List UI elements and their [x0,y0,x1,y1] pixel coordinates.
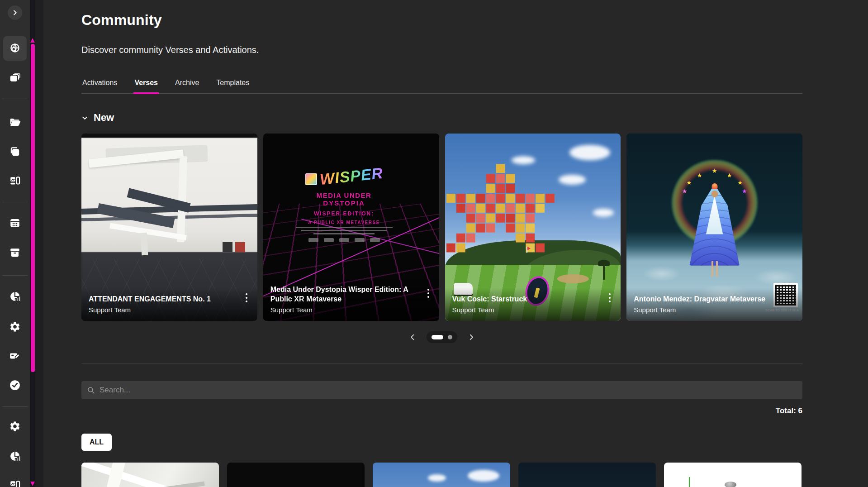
chevron-left-icon [408,333,417,341]
kebab-menu-icon [245,293,248,303]
sidebar-scrollbar[interactable] [30,0,35,487]
sidebar-divider [2,275,28,276]
sidebar-item-archive[interactable] [4,242,26,263]
sidebar-item-boards[interactable] [4,170,26,192]
section-divider [81,363,802,364]
pixel-star-sculpture [446,141,555,276]
tab-templates[interactable]: Templates [215,79,250,94]
verse-card-title: Media Under Dystopia Wisper Edition: A P… [270,285,417,304]
verse-card-caption: Vuk Cosic: Starstruck Support Team [445,288,621,321]
sidebar-item-card-editor[interactable] [4,345,26,367]
chevron-right-icon [11,9,19,16]
sidebar-item-settings-2[interactable] [4,415,26,437]
kebab-menu-icon [427,288,430,298]
copy-icon [9,146,21,158]
tab-archive[interactable]: Archive [174,79,200,94]
verse-thumbnail[interactable] [81,463,219,487]
verse-card-author: Support Team [634,306,781,314]
sidebar-divider [2,202,28,202]
verse-card-caption: Media Under Dystopia Wisper Edition: A P… [263,278,439,321]
sidebar-item-boards-2[interactable] [4,474,26,487]
verse-thumbnail[interactable] [664,463,802,487]
chevron-down-icon [81,115,88,121]
search-input[interactable] [100,386,797,395]
check-circle-icon [9,379,21,391]
new-section-title: New [94,112,114,124]
verse-card-author: Support Team [89,306,236,314]
sidebar-divider [2,99,28,99]
sidebar-item-analytics-2[interactable] [4,445,26,467]
scrollbar-down-arrow-icon[interactable] [30,482,35,486]
search-bar[interactable] [81,381,802,399]
artwork-qr-logo [305,173,317,185]
card-edit-icon [9,350,21,362]
verse-card-attendant-engagements[interactable]: ATTENDANT ENGAGEMENTS No. 1 Support Team [81,134,257,321]
sidebar-item-community[interactable] [3,36,27,61]
verse-thumbnail[interactable] [227,463,365,487]
pie-chart-icon [9,291,21,302]
verse-card-dragvatar-metaverse[interactable]: ★ ★ ★ ★ ★ ★ ★ SCAN TO SEE IT IN A Antoni… [626,134,802,321]
verse-card-caption: ATTENDANT ENGAGEMENTS No. 1 Support Team [81,288,257,321]
filter-all-button[interactable]: ALL [81,434,112,451]
artwork-logo-text: WISPER [319,164,384,188]
archive-box-icon [9,247,21,258]
folder-open-icon [9,116,21,128]
sidebar-divider [2,406,28,407]
carousel-pagination [427,331,457,343]
carousel-page-2[interactable] [448,335,452,339]
tab-activations[interactable]: Activations [81,79,118,94]
card-menu-button[interactable] [241,291,252,305]
gear-icon [9,321,21,333]
verse-thumbnail[interactable] [518,463,656,487]
calendar-icon [9,217,21,229]
carousel-page-1-active[interactable] [432,335,443,339]
search-icon [87,386,95,394]
artwork-line: WISPER EDITION: [288,210,400,217]
verse-card-author: Support Team [270,306,417,314]
media-board-icon [9,175,21,187]
verses-grid [81,463,802,487]
tab-bar: Activations Verses Archive Templates [81,79,802,94]
verse-thumbnail[interactable] [373,463,510,487]
sidebar-expand-button[interactable] [8,5,22,20]
page-subtitle: Discover community Verses and Activation… [81,45,802,55]
sidebar-item-files[interactable] [4,111,26,133]
chevron-right-icon [467,333,475,341]
new-cards-carousel: ATTENDANT ENGAGEMENTS No. 1 Support Team… [81,134,802,321]
carousel-controls [81,331,802,344]
verse-card-title: ATTENDANT ENGAGEMENTS No. 1 [89,294,236,304]
page-title: Community [81,0,802,29]
carousel-next-button[interactable] [466,332,476,342]
verse-card-title: Vuk Cosic: Starstruck [452,294,599,304]
pie-chart-icon [9,450,21,462]
tab-verses[interactable]: Verses [133,79,159,94]
verse-card-vuk-cosic-starstruck[interactable]: Vuk Cosic: Starstruck Support Team [445,134,621,321]
artwork-line: A PUBLIC XR METAVERSE [288,220,400,225]
kebab-menu-icon [608,293,611,303]
main-area: Community Discover community Verses and … [43,0,868,487]
sidebar [0,0,43,487]
sidebar-item-copies[interactable] [4,141,26,162]
sidebar-rail [0,0,30,487]
gear-icon [9,420,21,432]
media-board-icon [9,479,21,487]
sidebar-item-calendar[interactable] [4,212,26,234]
verse-card-author: Support Team [452,306,599,314]
card-menu-button[interactable] [604,291,615,305]
verse-card-media-under-dystopia[interactable]: WISPER MEDIA UNDER DYSTOPIA WISPER EDITI… [263,134,439,321]
artwork-line: MEDIA UNDER [288,191,400,199]
verse-card-caption: Antonio Mendez: Dragvatar Metaverse Supp… [626,288,802,321]
sidebar-item-collections[interactable] [4,67,26,89]
sidebar-item-analytics[interactable] [4,286,26,307]
layers-icon [9,72,21,84]
artwork-line: DYSTOPIA [288,199,400,207]
new-section-header[interactable]: New [81,112,802,124]
verse-card-title: Antonio Mendez: Dragvatar Metaverse [634,294,781,304]
carousel-prev-button[interactable] [408,332,417,342]
globe-search-icon [9,43,21,54]
scrollbar-up-arrow-icon[interactable] [30,38,35,43]
sidebar-item-approvals[interactable] [4,374,26,396]
card-menu-button[interactable] [423,286,434,300]
scrollbar-thumb[interactable] [31,44,35,372]
sidebar-item-settings[interactable] [4,316,26,338]
